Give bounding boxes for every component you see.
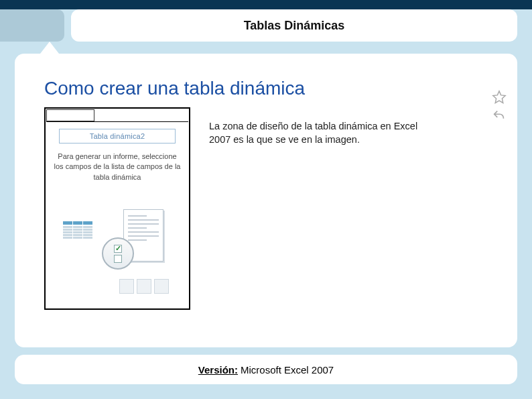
page-title: Como crear una tabla dinámica bbox=[44, 78, 488, 99]
description-text: La zona de diseño de la tabla dinámica e… bbox=[209, 107, 437, 147]
checkbox-checked-icon bbox=[114, 245, 122, 253]
screenshot-thumbnail: Tabla dinámica2 Para generar un informe,… bbox=[44, 107, 190, 310]
slide-background: Tablas Dinámicas Como crear una tabla di… bbox=[0, 0, 532, 399]
thumb-top-border bbox=[46, 121, 188, 122]
star-icon[interactable] bbox=[492, 90, 507, 105]
version-label: Versión: bbox=[198, 364, 238, 376]
left-tab-decoration bbox=[0, 9, 64, 42]
checkbox-empty-icon bbox=[114, 255, 122, 263]
header-title: Tablas Dinámicas bbox=[244, 19, 345, 33]
thumb-pivot-label: Tabla dinámica2 bbox=[59, 129, 176, 144]
svg-marker-0 bbox=[493, 91, 505, 103]
mini-dropzones-icon bbox=[119, 279, 169, 294]
magnifier-icon bbox=[102, 237, 134, 270]
main-card: Como crear una tabla dinámica Tabla diná… bbox=[15, 54, 517, 347]
content-row: Tabla dinámica2 Para generar un informe,… bbox=[44, 107, 488, 310]
thumb-hint-text: Para generar un informe, seleccione los … bbox=[52, 152, 182, 182]
header-bar: Tablas Dinámicas bbox=[71, 9, 517, 42]
version-value: Microsoft Excel 2007 bbox=[241, 364, 334, 376]
header-pointer bbox=[40, 42, 59, 54]
thumb-cell-marker bbox=[46, 109, 94, 121]
thumb-illustration bbox=[63, 209, 177, 296]
side-icons bbox=[492, 90, 507, 123]
mini-table-icon bbox=[63, 221, 95, 239]
footer-bar: Versión: Microsoft Excel 2007 bbox=[15, 355, 517, 384]
top-stripe bbox=[0, 0, 532, 9]
undo-icon[interactable] bbox=[492, 109, 507, 123]
